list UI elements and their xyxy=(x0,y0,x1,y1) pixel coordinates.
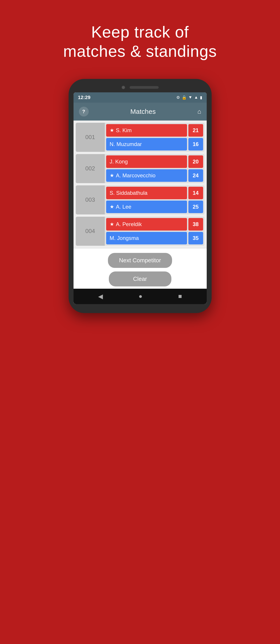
match-players: J. Kong20★A. Marcovecchio24 xyxy=(105,154,205,183)
front-camera xyxy=(122,86,125,89)
player-row[interactable]: J. Kong20 xyxy=(106,156,203,168)
match-players: ★S. Kim21N. Muzumdar16 xyxy=(105,123,205,152)
match-row: 002J. Kong20★A. Marcovecchio24 xyxy=(76,154,205,183)
match-players: S. Siddabathula14★A. Lee25 xyxy=(105,185,205,214)
phone-speaker xyxy=(130,86,159,89)
player-row[interactable]: ★A. Pereldik38 xyxy=(106,218,203,230)
player-row[interactable]: M. Jongsma35 xyxy=(106,232,203,244)
match-number: 004 xyxy=(76,217,105,246)
player-score: 16 xyxy=(188,138,203,150)
hero-line1: Keep track of xyxy=(91,23,189,41)
help-button[interactable]: ? xyxy=(79,107,89,116)
player-score: 20 xyxy=(188,156,203,168)
player-row[interactable]: ★A. Lee25 xyxy=(106,200,203,213)
phone-top-area xyxy=(73,86,207,89)
status-time: 12:29 xyxy=(78,94,90,100)
status-icons: ⚙ 🔒 ▼ ▲ ▮ xyxy=(176,95,202,100)
player-name: ★A. Lee xyxy=(106,200,187,213)
player-row[interactable]: N. Muzumdar16 xyxy=(106,138,203,150)
match-players: ★A. Pereldik38M. Jongsma35 xyxy=(105,217,205,246)
match-number: 003 xyxy=(76,185,105,214)
app-title: Matches xyxy=(89,108,198,116)
next-competitor-button[interactable]: Next Competitor xyxy=(108,253,172,268)
match-number: 001 xyxy=(76,123,105,152)
player-score: 21 xyxy=(188,124,203,137)
player-score: 25 xyxy=(188,200,203,213)
player-name: ★S. Kim xyxy=(106,124,187,137)
phone-frame: 12:29 ⚙ 🔒 ▼ ▲ ▮ ? Matches ⌂ 001★S. Kim21… xyxy=(69,79,212,313)
home-nav-button[interactable]: ● xyxy=(139,293,143,300)
phone-nav-bar: ◀ ● ■ xyxy=(73,289,207,304)
player-row[interactable]: ★S. Kim21 xyxy=(106,124,203,137)
status-bar: 12:29 ⚙ 🔒 ▼ ▲ ▮ xyxy=(73,92,207,103)
match-row: 003S. Siddabathula14★A. Lee25 xyxy=(76,185,205,214)
player-row[interactable]: ★A. Marcovecchio24 xyxy=(106,169,203,182)
clear-button[interactable]: Clear xyxy=(109,272,171,286)
winner-star-icon: ★ xyxy=(110,173,114,178)
winner-star-icon: ★ xyxy=(110,204,114,210)
player-name: ★A. Marcovecchio xyxy=(106,169,187,182)
phone-screen: 12:29 ⚙ 🔒 ▼ ▲ ▮ ? Matches ⌂ 001★S. Kim21… xyxy=(73,92,207,304)
player-name: S. Siddabathula xyxy=(106,187,187,199)
winner-star-icon: ★ xyxy=(110,222,114,227)
back-nav-button[interactable]: ◀ xyxy=(98,293,103,300)
settings-icon: ⚙ xyxy=(176,95,180,100)
phone-bottom xyxy=(73,304,207,308)
player-name: N. Muzumdar xyxy=(106,138,187,150)
home-button[interactable]: ⌂ xyxy=(198,108,201,115)
player-score: 14 xyxy=(188,187,203,199)
match-number: 002 xyxy=(76,154,105,183)
wifi-icon: ▼ xyxy=(188,95,192,100)
hero-text: Keep track of matches & standings xyxy=(50,22,230,61)
battery-icon: ▮ xyxy=(200,95,202,100)
signal-icon: ▲ xyxy=(194,95,198,100)
player-score: 38 xyxy=(188,218,203,230)
bottom-area: Next Competitor Clear xyxy=(73,248,207,289)
matches-list: 001★S. Kim21N. Muzumdar16002J. Kong20★A.… xyxy=(73,120,207,248)
player-score: 24 xyxy=(188,169,203,182)
hero-line2: matches & standings xyxy=(63,42,217,60)
recents-nav-button[interactable]: ■ xyxy=(178,293,182,300)
match-row: 001★S. Kim21N. Muzumdar16 xyxy=(76,123,205,152)
player-name: J. Kong xyxy=(106,156,187,168)
player-row[interactable]: S. Siddabathula14 xyxy=(106,187,203,199)
match-row: 004★A. Pereldik38M. Jongsma35 xyxy=(76,217,205,246)
lock-icon: 🔒 xyxy=(182,95,187,100)
player-score: 35 xyxy=(188,232,203,244)
player-name: M. Jongsma xyxy=(106,232,187,244)
player-name: ★A. Pereldik xyxy=(106,218,187,230)
app-bar: ? Matches ⌂ xyxy=(73,103,207,120)
winner-star-icon: ★ xyxy=(110,128,114,133)
